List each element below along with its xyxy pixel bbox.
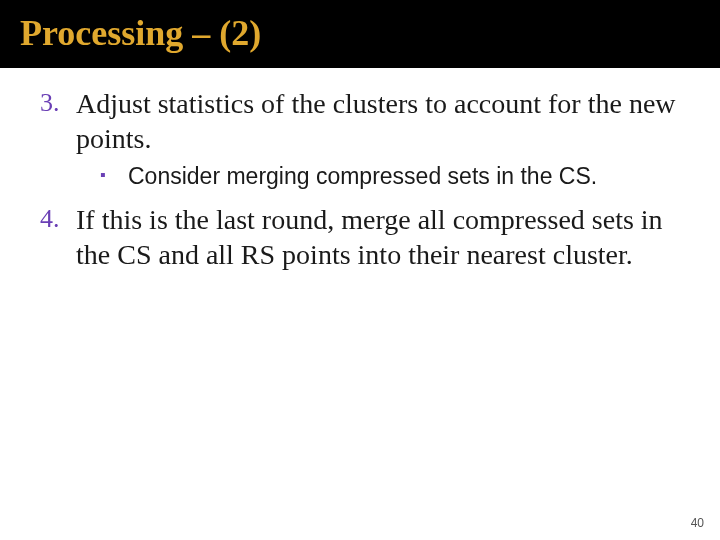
list-text: Adjust statistics of the clusters to acc… — [76, 86, 680, 156]
slide-title: Processing – (2) — [20, 12, 700, 54]
sub-list-item: ▪ Consider merging compressed sets in th… — [100, 162, 680, 192]
slide-content: 3. Adjust statistics of the clusters to … — [0, 68, 720, 272]
list-item-3: 3. Adjust statistics of the clusters to … — [40, 86, 680, 156]
page-number: 40 — [691, 516, 704, 530]
sub-list-text: Consider merging compressed sets in the … — [128, 162, 597, 192]
sub-bullet-icon: ▪ — [100, 162, 128, 184]
list-number: 3. — [40, 86, 76, 118]
list-number: 4. — [40, 202, 76, 234]
list-text: If this is the last round, merge all com… — [76, 202, 680, 272]
title-bar: Processing – (2) — [0, 0, 720, 68]
list-item-4: 4. If this is the last round, merge all … — [40, 202, 680, 272]
